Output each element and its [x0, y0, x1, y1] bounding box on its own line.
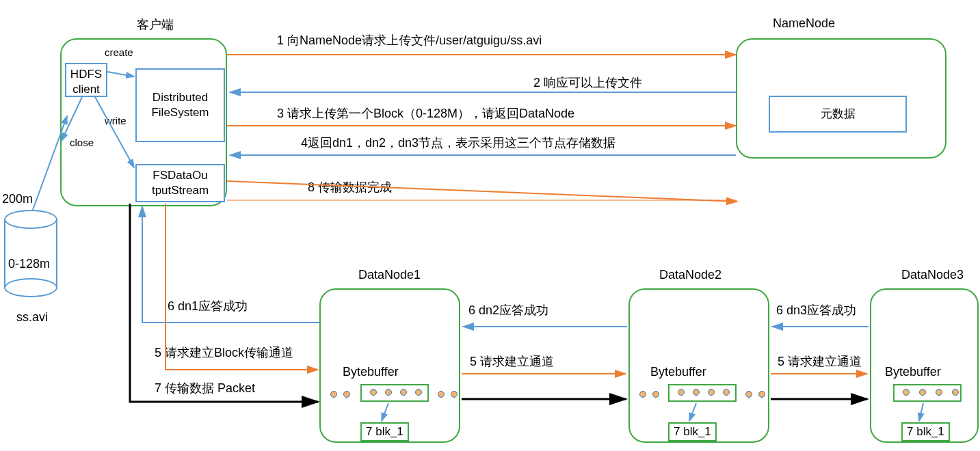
dot-icon — [708, 389, 715, 396]
dn1-req: 5 请求建立Block传输通道 — [155, 344, 293, 361]
msg-8: 8 传输数据完成 — [308, 179, 392, 195]
datanode1-bytebuffer-label: Bytebuffer — [343, 365, 399, 379]
dot-icon — [745, 391, 752, 398]
dot-icon — [936, 389, 942, 396]
create-label: create — [105, 46, 133, 58]
dot-icon — [652, 391, 659, 398]
datanode2-blk-label: 7 blk_1 — [674, 425, 711, 438]
datanode3-bytebuffer-label: Bytebuffer — [885, 365, 941, 379]
distributed-fs-label: Distributed FileSystem — [151, 90, 209, 120]
file-name: ss.avi — [16, 310, 48, 325]
dot-icon — [952, 389, 959, 396]
close-label: close — [70, 137, 94, 148]
msg-4: 4返回dn1，dn2，dn3节点，表示采用这三个节点存储数据 — [301, 135, 615, 151]
msg-1: 1 向NameNode请求上传文件/user/atguigu/ss.avi — [277, 32, 542, 49]
cylinder-body — [4, 219, 57, 288]
file-block: 0-128m — [8, 257, 50, 271]
dot-icon — [400, 389, 407, 396]
datanode2-title: DataNode2 — [659, 268, 721, 282]
dot-icon — [415, 389, 422, 396]
msg-2: 2 响应可以上传文件 — [533, 74, 642, 91]
distributed-fs: Distributed FileSystem — [135, 68, 225, 142]
dn3-req: 5 请求建立通道 — [778, 353, 862, 370]
dn1-ack: 6 dn1应答成功 — [168, 298, 248, 314]
datanode2-bytebuffer-label: Bytebuffer — [650, 365, 706, 379]
datanode2-blk: 7 blk_1 — [668, 422, 717, 441]
packet-label: 7 传输数据 Packet — [155, 380, 255, 396]
cylinder-bottom — [4, 278, 57, 297]
datanode3-blk: 7 blk_1 — [901, 422, 950, 441]
svg-line-9 — [227, 181, 737, 202]
dot-icon — [330, 391, 337, 398]
namenode-title: NameNode — [773, 16, 835, 31]
metadata-box: 元数据 — [769, 96, 907, 133]
dot-icon — [639, 391, 646, 398]
write-label: write — [105, 115, 127, 126]
dot-icon — [919, 389, 926, 396]
datanode1-title: DataNode1 — [358, 268, 421, 282]
output-stream-label: FSDataOu tputStream — [152, 169, 209, 197]
dot-icon — [370, 389, 377, 396]
dot-icon — [438, 391, 445, 398]
dot-icon — [693, 389, 700, 396]
dn2-ack: 6 dn2应答成功 — [468, 302, 548, 318]
msg-3: 3 请求上传第一个Block（0-128M），请返回DataNode — [277, 105, 574, 122]
datanode1-blk: 7 blk_1 — [360, 422, 409, 441]
datanode3-blk-label: 7 blk_1 — [907, 425, 944, 438]
metadata-label: 元数据 — [821, 107, 856, 122]
hdfs-client: HDFS client — [65, 63, 107, 97]
datanode1-blk-label: 7 blk_1 — [366, 425, 403, 438]
dot-icon — [758, 391, 765, 398]
client-title: 客户端 — [137, 16, 174, 33]
file-size: 200m — [2, 192, 33, 206]
dot-icon — [385, 389, 392, 396]
dot-icon — [451, 391, 458, 398]
dn3-ack: 6 dn3应答成功 — [776, 302, 856, 318]
datanode3-title: DataNode3 — [901, 268, 964, 282]
dot-icon — [343, 391, 350, 398]
dot-icon — [903, 389, 910, 396]
dot-icon — [723, 389, 730, 396]
hdfs-client-label: HDFS client — [70, 68, 102, 96]
dn2-req: 5 请求建立通道 — [470, 353, 554, 370]
output-stream: FSDataOu tputStream — [135, 164, 225, 202]
dot-icon — [678, 389, 685, 396]
